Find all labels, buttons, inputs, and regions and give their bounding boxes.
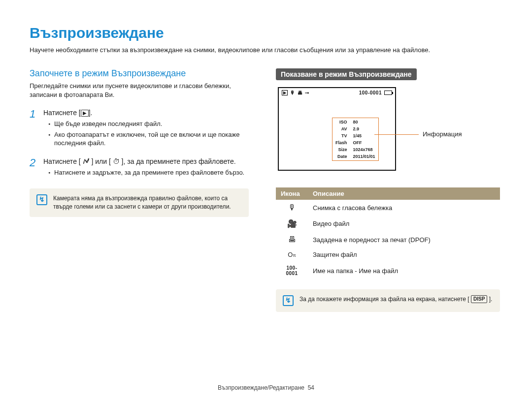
- step-1-post: ].: [89, 109, 93, 117]
- intro-text: Научете необходимите стъпки за възпроизв…: [30, 46, 502, 54]
- th-icon: Икона: [276, 187, 308, 200]
- content-columns: Започнете в режим Възпроизвеждане Прегле…: [30, 68, 502, 312]
- row-desc: Име на папка - Име на файл: [308, 262, 500, 279]
- fileid-icon: 100-0001: [276, 262, 308, 279]
- battery-icon: [384, 91, 392, 95]
- step-1-label: Натиснете [▶].: [43, 109, 249, 117]
- footer-text: Възпроизвеждане/Редактиране: [218, 384, 304, 391]
- table-row: 🖶 Зададена е поредност за печат (DPOF): [276, 232, 500, 247]
- footer-page: 54: [308, 384, 314, 391]
- table-row: 🎥 Видео файл: [276, 216, 500, 232]
- printer-icon: 🖶: [298, 90, 302, 95]
- page-title: Възпроизвеждане: [30, 25, 502, 41]
- file-id-label: 100-0001: [359, 90, 382, 95]
- info-val: OFF: [351, 140, 377, 146]
- mic-icon: 🎙: [290, 90, 295, 95]
- left-column: Започнете в режим Възпроизвеждане Прегле…: [30, 68, 249, 312]
- info-val: 80: [351, 119, 377, 125]
- play-icon: ▶: [81, 110, 89, 117]
- info-val: 2.9: [351, 126, 377, 132]
- info-key: AV: [333, 126, 350, 132]
- lock-icon: ⊸: [305, 90, 309, 95]
- list-item: Ще бъде изведен последният файл.: [48, 120, 249, 128]
- icon-table: Икона Описание 🎙 Снимка с гласова бележк…: [276, 187, 500, 279]
- screen-topbar: ▶ 🎙 🖶 ⊸ 100-0001: [279, 88, 395, 95]
- screen-illustration: ▶ 🎙 🖶 ⊸ 100-0001 ISO80 AV2.9 TV1/45: [276, 87, 500, 176]
- table-row: 100-0001 Име на папка - Име на файл: [276, 262, 500, 279]
- info-val: 1024x768: [351, 147, 377, 153]
- note-text: Камерата няма да възпроизвежда правилно …: [53, 194, 242, 211]
- page-footer: Възпроизвеждане/Редактиране 54: [0, 384, 532, 391]
- step-number: 1: [30, 109, 36, 150]
- video-icon: 🎥: [276, 216, 308, 232]
- camera-screen: ▶ 🎙 🖶 ⊸ 100-0001 ISO80 AV2.9 TV1/45: [278, 87, 396, 171]
- lock-icon: Oπ: [276, 247, 308, 262]
- info-key: TV: [333, 133, 350, 139]
- right-column: Показване в режим Възпроизвеждане ▶ 🎙 🖶 …: [276, 68, 500, 312]
- right-heading: Показване в режим Възпроизвеждане: [276, 68, 417, 80]
- info-key: Size: [333, 147, 350, 153]
- step-1: 1 Натиснете [▶]. Ще бъде изведен последн…: [30, 109, 249, 150]
- step-1-pre: Натиснете [: [43, 109, 81, 117]
- row-desc: Видео файл: [308, 216, 500, 232]
- note-icon: ↯: [36, 194, 47, 205]
- info-box: ISO80 AV2.9 TV1/45 FlashOFF Size1024x768…: [332, 118, 379, 161]
- step-2: 2 Натиснете [ 🗲 ] или [ ⏱ ], за да преми…: [30, 157, 249, 179]
- info-key: Flash: [333, 140, 350, 146]
- step-number: 2: [30, 157, 36, 179]
- step-2-label: Натиснете [ 🗲 ] или [ ⏱ ], за да премине…: [43, 157, 249, 165]
- list-item: Ако фотоапаратът е изключен, той ще се в…: [48, 130, 249, 148]
- printer-icon: 🖶: [276, 232, 308, 247]
- table-row: Oπ Защитен файл: [276, 247, 500, 262]
- list-item: Натиснете и задръжте, за да преминете пр…: [48, 168, 249, 177]
- note-icon: ↯: [283, 295, 294, 306]
- info-key: ISO: [333, 119, 350, 125]
- note-box-left: ↯ Камерата няма да възпроизвежда правилн…: [30, 188, 249, 217]
- callout-line: [374, 134, 419, 135]
- note-post: ].: [489, 296, 493, 303]
- info-val: 2011/01/01: [351, 154, 377, 159]
- row-desc: Зададена е поредност за печат (DPOF): [308, 232, 500, 247]
- note-text: За да покажете информация за файла на ек…: [299, 295, 493, 306]
- info-val: 1/45: [351, 133, 377, 139]
- th-desc: Описание: [308, 187, 500, 200]
- left-heading: Започнете в режим Възпроизвеждане: [30, 68, 249, 79]
- table-row: 🎙 Снимка с гласова бележка: [276, 200, 500, 216]
- disp-button-icon: DISP: [471, 295, 487, 303]
- note-pre: За да покажете информация за файла на ек…: [299, 296, 469, 303]
- mic-icon: 🎙: [276, 200, 308, 216]
- row-desc: Снимка с гласова бележка: [308, 200, 500, 216]
- note-box-right: ↯ За да покажете информация за файла на …: [276, 289, 500, 312]
- callout-label: Информация: [423, 130, 462, 138]
- info-key: Date: [333, 154, 350, 159]
- row-desc: Защитен файл: [308, 247, 500, 262]
- play-icon: ▶: [282, 90, 288, 95]
- left-subintro: Прегледайте снимки или пуснете видеоклип…: [30, 82, 249, 99]
